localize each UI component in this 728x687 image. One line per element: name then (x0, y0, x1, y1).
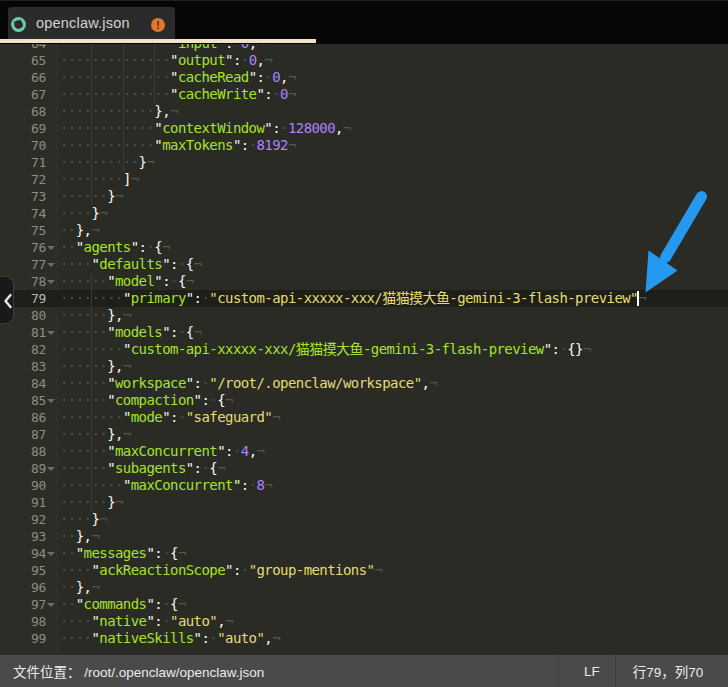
code-line[interactable]: 64··············"input":·0,¬ (0, 44, 728, 52)
fold-marker-icon[interactable] (47, 552, 55, 556)
code-text: ············"maxTokens":·8192¬ (60, 137, 296, 154)
code-line[interactable]: 67··············"cacheWrite":·0¬ (0, 86, 728, 103)
code-text: ······},¬ (60, 307, 131, 324)
status-bar: 文件位置： /root/.openclaw/openclaw.json LF 行… (0, 654, 728, 687)
line-number: 76 (0, 239, 46, 256)
code-line[interactable]: 94··"messages":·{¬ (0, 545, 728, 562)
code-text: ············"contextWindow":·128000,¬ (60, 120, 351, 137)
code-line[interactable]: 88······"maxConcurrent":·4,¬ (0, 443, 728, 460)
code-line[interactable]: 74····}¬ (0, 205, 728, 222)
code-line[interactable]: 90········"maxConcurrent":·8¬ (0, 477, 728, 494)
code-text: ··············"output":·0,¬ (60, 52, 272, 69)
editor-window: 64··············"input":·0,¬65··········… (0, 0, 728, 687)
cursor-position-indicator[interactable]: 行79，列70 (616, 661, 728, 681)
code-text: ····"native":·"auto",¬ (60, 613, 233, 630)
code-text: ····"ackReactionScope":·"group-mentions"… (60, 562, 382, 579)
line-number: 73 (0, 188, 46, 205)
line-number: 84 (0, 375, 46, 392)
code-line[interactable]: 87······},¬ (0, 426, 728, 443)
code-line[interactable]: 85······"compaction":·{¬ (0, 392, 728, 409)
code-text: ······},¬ (60, 426, 131, 443)
code-area[interactable]: 64··············"input":·0,¬65··········… (0, 44, 728, 647)
code-line[interactable]: 92····}¬ (0, 511, 728, 528)
code-line[interactable]: 66··············"cacheRead":·0,¬ (0, 69, 728, 86)
code-line[interactable]: 83······},¬ (0, 358, 728, 375)
code-line[interactable]: 82········"custom-api-xxxxx-xxx/猫猫摸大鱼-ge… (0, 341, 728, 358)
fold-marker-icon[interactable] (47, 467, 55, 471)
code-line[interactable]: 86········"mode":·"safeguard"¬ (0, 409, 728, 426)
code-text: ····"defaults":·{¬ (60, 256, 201, 273)
code-text: ··},¬ (60, 222, 99, 239)
code-text: ······"subagents":·{¬ (60, 460, 225, 477)
code-line[interactable]: 93··},¬ (0, 528, 728, 545)
tab-underline (0, 39, 316, 43)
line-number: 75 (0, 222, 46, 239)
fold-marker-icon[interactable] (47, 399, 55, 403)
code-text: ······"workspace":·"/root/.openclaw/work… (60, 375, 437, 392)
code-text: ··"agents":·{¬ (60, 239, 170, 256)
line-number: 92 (0, 511, 46, 528)
json-file-icon (10, 16, 27, 33)
code-text: ············},¬ (60, 103, 178, 120)
code-line[interactable]: 97··"commands":·{¬ (0, 596, 728, 613)
code-text: ······"compaction":·{¬ (60, 392, 233, 409)
line-number: 67 (0, 86, 46, 103)
code-text: ······"models":·{¬ (60, 324, 201, 341)
tab-openclaw-json[interactable]: openclaw.json ! (8, 7, 175, 39)
code-text: ······"model":·{¬ (60, 273, 194, 290)
code-line[interactable]: 70············"maxTokens":·8192¬ (0, 137, 728, 154)
panel-collapse-handle[interactable] (0, 276, 14, 324)
fold-marker-icon[interactable] (47, 263, 55, 267)
line-number: 90 (0, 477, 46, 494)
line-number: 89 (0, 460, 46, 477)
code-text: ········"mode":·"safeguard"¬ (60, 409, 280, 426)
code-line[interactable]: 99····"nativeSkills":·"auto",¬ (0, 630, 728, 647)
code-line[interactable]: 77····"defaults":·{¬ (0, 256, 728, 273)
code-text: ········"maxConcurrent":·8¬ (60, 477, 272, 494)
fold-marker-icon[interactable] (47, 603, 55, 607)
code-line[interactable]: 81······"models":·{¬ (0, 324, 728, 341)
line-number: 77 (0, 256, 46, 273)
tab-title: openclaw.json (36, 15, 130, 31)
window-top-edge (0, 0, 728, 1)
line-number: 91 (0, 494, 46, 511)
code-text: ··············"input":·0,¬ (60, 44, 264, 52)
eol-indicator[interactable]: LF (559, 664, 615, 679)
tab-warning-badge: ! (151, 18, 165, 32)
line-number: 70 (0, 137, 46, 154)
code-line[interactable]: 71··········}¬ (0, 154, 728, 171)
code-text: ··········}¬ (60, 154, 154, 171)
code-line[interactable]: 75··},¬ (0, 222, 728, 239)
code-text: ········"custom-api-xxxxx-xxx/猫猫摸大鱼-gemi… (60, 341, 591, 358)
code-line[interactable]: 73······}¬ (0, 188, 728, 205)
code-line[interactable]: 84······"workspace":·"/root/.openclaw/wo… (0, 375, 728, 392)
code-text: ······"maxConcurrent":·4,¬ (60, 443, 264, 460)
code-line[interactable]: 79········"primary":·"custom-api-xxxxx-x… (0, 290, 728, 307)
code-line[interactable]: 80······},¬ (0, 307, 728, 324)
code-line[interactable]: 96··},¬ (0, 579, 728, 596)
code-line[interactable]: 68············},¬ (0, 103, 728, 120)
code-text: ······}¬ (60, 494, 123, 511)
line-number: 66 (0, 69, 46, 86)
code-line[interactable]: 76··"agents":·{¬ (0, 239, 728, 256)
code-line[interactable]: 78······"model":·{¬ (0, 273, 728, 290)
line-number: 69 (0, 120, 46, 137)
file-location: 文件位置： /root/.openclaw/openclaw.json (13, 661, 558, 681)
fold-marker-icon[interactable] (47, 331, 55, 335)
code-text: ··"messages":·{¬ (60, 545, 186, 562)
code-line[interactable]: 91······}¬ (0, 494, 728, 511)
code-editor[interactable]: 64··············"input":·0,¬65··········… (0, 44, 728, 654)
code-text: ······}¬ (60, 188, 123, 205)
code-line[interactable]: 69············"contextWindow":·128000,¬ (0, 120, 728, 137)
fold-marker-icon[interactable] (47, 246, 55, 250)
code-text: ········"primary":·"custom-api-xxxxx-xxx… (60, 290, 646, 307)
code-line[interactable]: 72········]¬ (0, 171, 728, 188)
fold-marker-icon[interactable] (47, 280, 55, 284)
chevron-left-icon (0, 277, 15, 325)
code-line[interactable]: 95····"ackReactionScope":·"group-mention… (0, 562, 728, 579)
code-line[interactable]: 65··············"output":·0,¬ (0, 52, 728, 69)
code-line[interactable]: 89······"subagents":·{¬ (0, 460, 728, 477)
line-number: 65 (0, 52, 46, 69)
code-line[interactable]: 98····"native":·"auto",¬ (0, 613, 728, 630)
code-text: ····}¬ (60, 511, 107, 528)
